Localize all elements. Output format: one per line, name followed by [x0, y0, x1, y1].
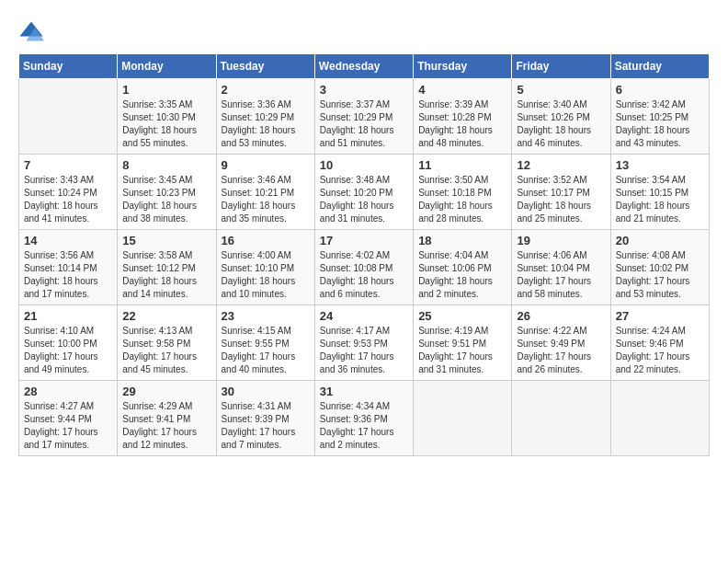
calendar-week-row: 28Sunrise: 4:27 AMSunset: 9:44 PMDayligh… [19, 381, 710, 456]
header-monday: Monday [118, 54, 216, 79]
day-info: Sunrise: 4:00 AMSunset: 10:10 PMDaylight… [222, 249, 310, 301]
day-info: Sunrise: 3:50 AMSunset: 10:18 PMDaylight… [418, 174, 506, 225]
calendar-cell: 24Sunrise: 4:17 AMSunset: 9:53 PMDayligh… [314, 305, 413, 381]
calendar-cell: 23Sunrise: 4:15 AMSunset: 9:55 PMDayligh… [216, 305, 314, 381]
date-number: 16 [222, 234, 310, 247]
calendar-cell: 12Sunrise: 3:52 AMSunset: 10:17 PMDaylig… [512, 155, 610, 230]
date-number: 19 [517, 234, 605, 247]
calendar-cell: 14Sunrise: 3:56 AMSunset: 10:14 PMDaylig… [19, 230, 118, 305]
date-number: 12 [517, 158, 605, 172]
date-number: 3 [320, 83, 408, 97]
calendar-cell: 22Sunrise: 4:13 AMSunset: 9:58 PMDayligh… [118, 305, 216, 381]
date-number: 9 [222, 158, 310, 172]
date-number: 30 [222, 385, 310, 398]
date-number: 14 [24, 234, 112, 247]
date-number: 15 [122, 234, 210, 247]
day-info: Sunrise: 3:54 AMSunset: 10:15 PMDaylight… [616, 174, 704, 225]
day-info: Sunrise: 4:31 AMSunset: 9:39 PMDaylight:… [222, 400, 310, 452]
day-info: Sunrise: 4:17 AMSunset: 9:53 PMDaylight:… [320, 325, 408, 376]
calendar-cell: 1Sunrise: 3:35 AMSunset: 10:30 PMDayligh… [118, 79, 216, 155]
calendar-cell: 2Sunrise: 3:36 AMSunset: 10:29 PMDayligh… [216, 79, 314, 155]
calendar-cell: 31Sunrise: 4:34 AMSunset: 9:36 PMDayligh… [314, 381, 413, 456]
calendar-cell: 6Sunrise: 3:42 AMSunset: 10:25 PMDayligh… [610, 79, 709, 155]
calendar-cell: 27Sunrise: 4:24 AMSunset: 9:46 PMDayligh… [610, 305, 709, 381]
calendar-cell: 11Sunrise: 3:50 AMSunset: 10:18 PMDaylig… [414, 155, 512, 230]
calendar-cell: 17Sunrise: 4:02 AMSunset: 10:08 PMDaylig… [314, 230, 413, 305]
date-number: 2 [222, 83, 310, 97]
day-info: Sunrise: 3:45 AMSunset: 10:23 PMDaylight… [122, 174, 210, 225]
calendar-cell: 28Sunrise: 4:27 AMSunset: 9:44 PMDayligh… [19, 381, 118, 456]
date-number: 1 [122, 83, 210, 97]
day-info: Sunrise: 3:48 AMSunset: 10:20 PMDaylight… [320, 174, 408, 225]
day-info: Sunrise: 3:52 AMSunset: 10:17 PMDaylight… [517, 174, 605, 225]
day-info: Sunrise: 4:08 AMSunset: 10:02 PMDaylight… [616, 249, 704, 301]
date-number: 10 [320, 158, 408, 172]
calendar-cell: 16Sunrise: 4:00 AMSunset: 10:10 PMDaylig… [216, 230, 314, 305]
calendar-cell: 29Sunrise: 4:29 AMSunset: 9:41 PMDayligh… [118, 381, 216, 456]
date-number: 13 [616, 158, 704, 172]
day-info: Sunrise: 3:40 AMSunset: 10:26 PMDaylight… [517, 98, 605, 150]
header-thursday: Thursday [414, 54, 512, 79]
page-header [18, 18, 710, 44]
calendar-cell: 5Sunrise: 3:40 AMSunset: 10:26 PMDayligh… [512, 79, 610, 155]
date-number: 11 [418, 158, 506, 172]
calendar-cell: 10Sunrise: 3:48 AMSunset: 10:20 PMDaylig… [314, 155, 413, 230]
date-number: 20 [616, 234, 704, 247]
day-info: Sunrise: 4:04 AMSunset: 10:06 PMDaylight… [418, 249, 506, 301]
day-info: Sunrise: 4:13 AMSunset: 9:58 PMDaylight:… [122, 325, 210, 376]
date-number: 28 [24, 385, 112, 398]
header-sunday: Sunday [19, 54, 118, 79]
calendar-cell [512, 381, 610, 456]
date-number: 4 [418, 83, 506, 97]
calendar-cell: 18Sunrise: 4:04 AMSunset: 10:06 PMDaylig… [414, 230, 512, 305]
calendar-cell: 3Sunrise: 3:37 AMSunset: 10:29 PMDayligh… [314, 79, 413, 155]
calendar-cell: 8Sunrise: 3:45 AMSunset: 10:23 PMDayligh… [118, 155, 216, 230]
calendar-table: SundayMondayTuesdayWednesdayThursdayFrid… [18, 53, 710, 456]
calendar-cell: 4Sunrise: 3:39 AMSunset: 10:28 PMDayligh… [414, 79, 512, 155]
day-info: Sunrise: 3:35 AMSunset: 10:30 PMDaylight… [122, 98, 210, 150]
day-info: Sunrise: 4:10 AMSunset: 10:00 PMDaylight… [24, 325, 112, 376]
day-info: Sunrise: 3:58 AMSunset: 10:12 PMDaylight… [122, 249, 210, 301]
calendar-cell: 19Sunrise: 4:06 AMSunset: 10:04 PMDaylig… [512, 230, 610, 305]
date-number: 29 [122, 385, 210, 398]
day-info: Sunrise: 3:36 AMSunset: 10:29 PMDaylight… [222, 98, 310, 150]
day-info: Sunrise: 4:19 AMSunset: 9:51 PMDaylight:… [418, 325, 506, 376]
calendar-header-row: SundayMondayTuesdayWednesdayThursdayFrid… [19, 54, 710, 79]
day-info: Sunrise: 4:34 AMSunset: 9:36 PMDaylight:… [320, 400, 408, 452]
date-number: 24 [320, 309, 408, 323]
calendar-cell [610, 381, 709, 456]
header-saturday: Saturday [610, 54, 709, 79]
date-number: 21 [24, 309, 112, 323]
day-info: Sunrise: 3:43 AMSunset: 10:24 PMDaylight… [24, 174, 112, 225]
day-info: Sunrise: 4:24 AMSunset: 9:46 PMDaylight:… [616, 325, 704, 376]
date-number: 26 [517, 309, 605, 323]
calendar-cell: 15Sunrise: 3:58 AMSunset: 10:12 PMDaylig… [118, 230, 216, 305]
date-number: 18 [418, 234, 506, 247]
day-info: Sunrise: 4:06 AMSunset: 10:04 PMDaylight… [517, 249, 605, 301]
calendar-cell [414, 381, 512, 456]
calendar-cell: 26Sunrise: 4:22 AMSunset: 9:49 PMDayligh… [512, 305, 610, 381]
date-number: 22 [122, 309, 210, 323]
calendar-week-row: 7Sunrise: 3:43 AMSunset: 10:24 PMDayligh… [19, 155, 710, 230]
calendar-cell: 13Sunrise: 3:54 AMSunset: 10:15 PMDaylig… [610, 155, 709, 230]
day-info: Sunrise: 3:39 AMSunset: 10:28 PMDaylight… [418, 98, 506, 150]
calendar-cell: 21Sunrise: 4:10 AMSunset: 10:00 PMDaylig… [19, 305, 118, 381]
day-info: Sunrise: 4:15 AMSunset: 9:55 PMDaylight:… [222, 325, 310, 376]
calendar-cell: 9Sunrise: 3:46 AMSunset: 10:21 PMDayligh… [216, 155, 314, 230]
day-info: Sunrise: 4:22 AMSunset: 9:49 PMDaylight:… [517, 325, 605, 376]
calendar-week-row: 1Sunrise: 3:35 AMSunset: 10:30 PMDayligh… [19, 79, 710, 155]
date-number: 6 [616, 83, 704, 97]
date-number: 23 [222, 309, 310, 323]
date-number: 31 [320, 385, 408, 398]
calendar-week-row: 14Sunrise: 3:56 AMSunset: 10:14 PMDaylig… [19, 230, 710, 305]
date-number: 8 [122, 158, 210, 172]
header-tuesday: Tuesday [216, 54, 314, 79]
day-info: Sunrise: 3:46 AMSunset: 10:21 PMDaylight… [222, 174, 310, 225]
header-wednesday: Wednesday [314, 54, 413, 79]
calendar-cell: 20Sunrise: 4:08 AMSunset: 10:02 PMDaylig… [610, 230, 709, 305]
day-info: Sunrise: 3:56 AMSunset: 10:14 PMDaylight… [24, 249, 112, 301]
day-info: Sunrise: 4:02 AMSunset: 10:08 PMDaylight… [320, 249, 408, 301]
day-info: Sunrise: 3:42 AMSunset: 10:25 PMDaylight… [616, 98, 704, 150]
date-number: 27 [616, 309, 704, 323]
calendar-cell: 7Sunrise: 3:43 AMSunset: 10:24 PMDayligh… [19, 155, 118, 230]
